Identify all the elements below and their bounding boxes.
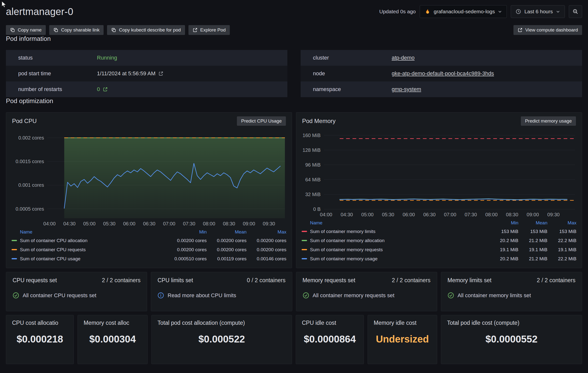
predict-cpu-usage-button[interactable]: Predict CPU Usage [237,116,286,126]
cost-panel-memory-idle-cost: Memory idle cost Undersized [368,315,437,364]
restarts-count: 0 [97,86,100,93]
node-link[interactable]: gke-atp-demo-default-pool-bca4c989-3hds [392,70,494,77]
legend-col-min[interactable]: Min [489,220,518,226]
pod-memory-panel: Pod Memory Predict memory usage 160 MiB1… [296,112,582,268]
table-row: number of restarts 0 [6,81,287,97]
toolbar: Copy name Copy sharable link Copy kubect… [6,25,582,35]
legend-col-name[interactable]: Name [310,220,489,226]
pod-memory-chart[interactable]: 160 MiB128 MiB96 MiB64 MiB32 MiB0 B04:00… [301,129,577,218]
svg-text:09:30: 09:30 [547,212,560,217]
cost-panel-memory-cost-allocation: Memory cost alloc $0.000304 [77,315,148,364]
legend-col-max[interactable]: Max [547,220,576,226]
table-row: cluster atp-demo [301,50,582,66]
cost-value: $0.0000864 [302,334,358,345]
info-circle-icon [157,292,164,299]
series-marker [302,240,307,241]
svg-text:06:30: 06:30 [143,221,155,226]
series-max: 19.1 MiB [547,247,576,252]
external-link-icon [193,28,198,32]
svg-text:64 MiB: 64 MiB [305,177,321,182]
pod-memory-panel-title: Pod Memory [302,118,336,124]
pod-info-table-right: cluster atp-demo node gke-atp-demo-defau… [301,50,582,97]
legend-col-mean[interactable]: Mean [518,220,547,226]
restarts-label: number of restarts [6,86,97,93]
external-link-icon [158,71,163,76]
series-marker [12,258,17,259]
pod-information-tables: status Running pod start time 1/11/2024 … [6,50,582,97]
svg-text:05:00: 05:00 [361,212,373,217]
svg-text:04:00: 04:00 [320,212,332,217]
svg-text:05:30: 05:30 [103,221,115,226]
stat-panel-cpu-limits: CPU limits set 0 / 2 containers Read mor… [151,272,292,311]
legend-col-mean[interactable]: Mean [207,229,247,235]
series-min: 0.00200 cores [167,247,207,252]
copy-name-label: Copy name [18,27,42,33]
stat-panel-memory-limits: Memory limits set 2 / 2 containers All c… [441,272,582,311]
svg-text:06:00: 06:00 [123,221,135,226]
copy-sharable-link-button[interactable]: Copy sharable link [49,25,104,35]
series-mean: 0.00119 cores [207,256,247,262]
cost-value: $0.000218 [12,334,68,345]
pod-cpu-legend: Name Min Mean Max Sum of container CPU a… [11,228,287,263]
legend-row[interactable]: Sum of container CPU allocation 0.00200 … [12,236,286,245]
pod-info-table-left: status Running pod start time 1/11/2024 … [6,50,287,97]
legend-row[interactable]: Sum of container CPU requests 0.00200 co… [12,245,286,254]
stat-title: CPU limits set [157,277,193,284]
legend-row[interactable]: Sum of container memory limits 153 MiB 1… [302,227,576,236]
svg-text:05:00: 05:00 [83,221,95,226]
series-mean: 153 MiB [518,229,547,234]
cost-value: $0.0000552 [447,334,576,345]
external-link-icon [518,28,523,32]
cost-panel-cpu-cost-allocation: CPU cost allocatio $0.000218 [6,315,74,364]
cost-panel-total-pod-idle-cost: Total pod idle cost (compute) $0.0000552 [441,315,582,364]
stat-title: Memory requests set [303,277,356,284]
cluster-link[interactable]: atp-demo [392,55,415,61]
pod-cpu-chart[interactable]: 0.002 cores0.0015 cores0.001 cores0.0005… [11,129,287,227]
stat-panel-cpu-requests: CPU requests set 2 / 2 containers All co… [6,272,147,311]
copy-kubectl-describe-button[interactable]: Copy kubectl describe for pod [107,25,185,35]
time-range-label: Last 6 hours [524,9,553,15]
status-label: status [6,55,97,61]
legend-col-min[interactable]: Min [167,229,207,235]
legend-row[interactable]: Sum of container CPU usage 0.000510 core… [12,254,286,263]
series-mean: 0.00200 cores [207,238,247,243]
svg-text:06:30: 06:30 [423,212,435,217]
namespace-link[interactable]: gmp-system [392,86,421,93]
copy-name-button[interactable]: Copy name [6,25,46,35]
status-badge: Running [97,55,117,61]
legend-row[interactable]: Sum of container memory usage 20.2 MiB 2… [302,254,576,263]
pod-memory-legend: Name Min Mean Max Sum of container memor… [301,219,577,263]
stat-message: All container memory limits set [458,292,531,299]
svg-text:96 MiB: 96 MiB [305,162,321,168]
stat-message-link[interactable]: Read more about CPU limits [168,292,236,299]
restarts-value-link[interactable]: 0 [97,86,108,93]
time-range-picker[interactable]: Last 6 hours [511,5,565,18]
svg-text:128 MiB: 128 MiB [303,147,321,153]
copy-kubectl-label: Copy kubectl describe for pod [119,27,181,33]
legend-row[interactable]: Sum of container memory requests 19.1 Mi… [302,245,576,254]
svg-text:0 B: 0 B [313,206,321,212]
svg-text:08:30: 08:30 [223,221,235,226]
series-mean: 19.1 MiB [518,247,547,252]
stat-title: CPU requests set [13,277,57,284]
node-label: node [301,70,392,77]
svg-text:09:30: 09:30 [263,221,275,226]
svg-text:0.002 cores: 0.002 cores [18,135,44,140]
legend-col-name[interactable]: Name [20,229,167,235]
datasource-picker[interactable]: grafanacloud-sedemo-logs [420,5,507,18]
zoom-out-button[interactable] [569,5,582,18]
legend-col-max[interactable]: Max [247,229,286,235]
cost-panel-cpu-idle-cost: CPU idle cost $0.0000864 [296,315,364,364]
legend-row[interactable]: Sum of container memory allocation 20.2 … [302,236,576,245]
legend-header: Name Min Mean Max [302,219,576,227]
series-min: 0.00200 cores [167,238,207,243]
view-compute-dashboard-button[interactable]: View compute dashboard [513,25,582,35]
copy-icon [53,28,58,32]
page-title: alertmanager-0 [6,6,73,17]
pod-start-time-value[interactable]: 1/11/2024 at 5:56:59 AM [97,70,163,77]
predict-memory-usage-button[interactable]: Predict memory usage [521,116,576,126]
svg-text:08:00: 08:00 [485,212,498,217]
chevron-down-icon [498,9,502,14]
explore-pod-button[interactable]: Explore Pod [188,25,230,35]
series-marker [12,249,17,250]
